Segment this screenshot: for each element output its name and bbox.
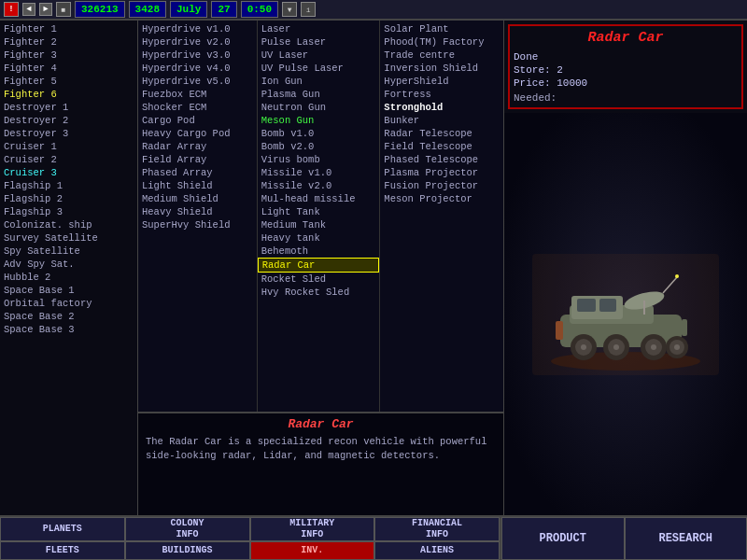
military-info-button[interactable]: MILITARYINFO: [250, 517, 375, 541]
col-item[interactable]: Bomb v1.0: [258, 127, 380, 140]
list-item[interactable]: Fighter 3: [0, 49, 137, 62]
list-item[interactable]: Cruiser 2: [0, 153, 137, 166]
col-item[interactable]: Heavy Cargo Pod: [138, 127, 257, 140]
col-item-selected[interactable]: Radar Car: [258, 258, 380, 273]
col-item[interactable]: Trade centre: [380, 49, 503, 62]
list-item[interactable]: Space Base 1: [0, 284, 137, 297]
list-item[interactable]: Spy Satellite: [0, 245, 137, 258]
col-item[interactable]: UV Pulse Laser: [258, 62, 380, 75]
col-item[interactable]: Fortress: [380, 88, 503, 101]
col-item[interactable]: Medium Shield: [138, 192, 257, 205]
col-item[interactable]: Fusion Projector: [380, 179, 503, 192]
col-item[interactable]: Rocket Sled: [258, 273, 380, 286]
fleets-button[interactable]: FLEETS: [0, 541, 125, 560]
left-arrow-icon[interactable]: ◄: [22, 3, 35, 16]
col-item[interactable]: Heavy Shield: [138, 205, 257, 218]
day-display: 27: [211, 1, 236, 18]
month-display: July: [170, 1, 207, 18]
financial-info-button[interactable]: FINANCIALINFO: [374, 517, 500, 541]
col-item[interactable]: Meson Gun: [258, 114, 380, 127]
col-item[interactable]: Phood(TM) Factory: [380, 35, 503, 49]
list-item[interactable]: Fighter 1: [0, 22, 137, 35]
list-item[interactable]: Hubble 2: [0, 271, 137, 284]
info-store: Store: 2: [514, 64, 738, 76]
item-description-text: The Radar Car is a specialized recon veh…: [146, 435, 496, 462]
col-item[interactable]: Hvy Rocket Sled: [258, 286, 380, 299]
main-content: Fighter 1 Fighter 2 Fighter 3 Fighter 4 …: [0, 21, 747, 515]
list-item[interactable]: Fighter 6: [0, 88, 137, 101]
col-item[interactable]: Phased Telescope: [380, 153, 503, 166]
col-item[interactable]: Missile v2.0: [258, 179, 380, 192]
list-item[interactable]: Flagship 2: [0, 192, 137, 205]
col-item[interactable]: Behemoth: [258, 245, 380, 258]
aliens-button[interactable]: ALIENS: [374, 541, 500, 560]
col-item[interactable]: Cargo Pod: [138, 114, 257, 127]
col-item[interactable]: Shocker ECM: [138, 101, 257, 114]
col-item[interactable]: Radar Array: [138, 140, 257, 153]
col-item[interactable]: Mul-head missile: [258, 192, 380, 205]
col-item[interactable]: Phased Array: [138, 166, 257, 179]
col-item[interactable]: Hyperdrive v3.0: [138, 49, 257, 62]
col-item[interactable]: Hyperdrive v5.0: [138, 75, 257, 88]
col-item[interactable]: Neutron Gun: [258, 101, 380, 114]
col-item[interactable]: Meson Projector: [380, 192, 503, 205]
colony-info-button[interactable]: COLONYINFO: [125, 517, 250, 541]
list-item[interactable]: Fighter 2: [0, 35, 137, 49]
list-item[interactable]: Cruiser 3: [0, 166, 137, 179]
list-item[interactable]: Space Base 2: [0, 310, 137, 323]
list-item[interactable]: Survey Satellite: [0, 231, 137, 245]
col-item[interactable]: HyperShield: [380, 75, 503, 88]
list-item[interactable]: Destroyer 2: [0, 114, 137, 127]
list-item[interactable]: Orbital factory: [0, 297, 137, 310]
col-item[interactable]: Ion Gun: [258, 75, 380, 88]
col-item[interactable]: Hyperdrive v1.0: [138, 22, 257, 35]
col-item[interactable]: Virus bomb: [258, 153, 380, 166]
info-btn[interactable]: i: [301, 2, 316, 17]
col-item[interactable]: Bunker: [380, 114, 503, 127]
col-item[interactable]: Fuezbox ECM: [138, 88, 257, 101]
list-item[interactable]: Flagship 1: [0, 179, 137, 192]
col-item[interactable]: Stronghold: [380, 101, 503, 114]
research-button[interactable]: RESEARCH: [625, 517, 748, 560]
bottom-row1: PLANETS COLONYINFO MILITARYINFO FINANCIA…: [0, 517, 500, 541]
list-item[interactable]: Destroyer 1: [0, 101, 137, 114]
col-item[interactable]: Plasma Gun: [258, 88, 380, 101]
list-item[interactable]: Destroyer 3: [0, 127, 137, 140]
col-item[interactable]: Solar Plant: [380, 22, 503, 35]
item-info-box: Radar Car Done Store: 2 Price: 10000 Nee…: [508, 24, 743, 109]
col-item[interactable]: Laser: [258, 22, 380, 35]
settings-btn[interactable]: ▼: [282, 2, 297, 17]
col-item[interactable]: Pulse Laser: [258, 35, 380, 49]
product-button[interactable]: PRODUCT: [501, 517, 625, 560]
info-price: Price: 10000: [514, 77, 738, 89]
inv-button[interactable]: INV.: [250, 541, 375, 560]
col-item[interactable]: Medium Tank: [258, 218, 380, 231]
list-item[interactable]: Space Base 3: [0, 323, 137, 336]
buildings-button[interactable]: BUILDINGS: [125, 541, 250, 560]
list-item[interactable]: Fighter 4: [0, 62, 137, 75]
col-item[interactable]: SuperHvy Shield: [138, 218, 257, 231]
col-item[interactable]: Hyperdrive v4.0: [138, 62, 257, 75]
col-item[interactable]: UV Laser: [258, 49, 380, 62]
col-item[interactable]: Plasma Projector: [380, 166, 503, 179]
col-item[interactable]: Heavy tank: [258, 231, 380, 245]
col-item[interactable]: Missile v1.0: [258, 166, 380, 179]
col-item[interactable]: Field Array: [138, 153, 257, 166]
col-item[interactable]: Inversion Shield: [380, 62, 503, 75]
col-item[interactable]: Light Shield: [138, 179, 257, 192]
col-item[interactable]: Hyperdrive v2.0: [138, 35, 257, 49]
rp-display: 3428: [129, 1, 166, 18]
right-arrow-icon[interactable]: ►: [39, 3, 52, 16]
list-item[interactable]: Colonizat. ship: [0, 218, 137, 231]
col-item[interactable]: Radar Telescope: [380, 127, 503, 140]
list-item[interactable]: Fighter 5: [0, 75, 137, 88]
col-item[interactable]: Light Tank: [258, 205, 380, 218]
info-needed: Needed:: [514, 92, 738, 104]
list-item[interactable]: Cruiser 1: [0, 140, 137, 153]
list-item[interactable]: Adv Spy Sat.: [0, 258, 137, 271]
col-item[interactable]: Field Telescope: [380, 140, 503, 153]
list-item[interactable]: Flagship 3: [0, 205, 137, 218]
col-item[interactable]: Bomb v2.0: [258, 140, 380, 153]
pause-btn[interactable]: ■: [56, 2, 71, 17]
planets-button[interactable]: PLANETS: [0, 517, 125, 541]
